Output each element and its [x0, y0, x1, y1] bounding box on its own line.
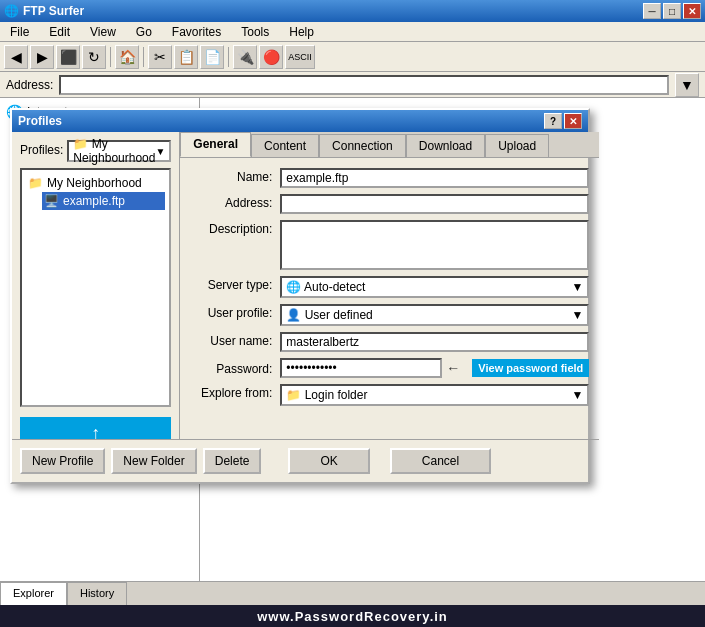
- dropdown-arrow-icon: ▼: [155, 146, 165, 157]
- tab-content[interactable]: Content: [251, 134, 319, 157]
- address-input[interactable]: [59, 75, 669, 95]
- dialog-help-button[interactable]: ?: [544, 113, 562, 129]
- tab-connection[interactable]: Connection: [319, 134, 406, 157]
- name-input[interactable]: [280, 168, 589, 188]
- dialog-left-buttons: New Profile New Folder Delete: [12, 439, 282, 482]
- main-area: 🌐 Internet 📁 My Neighborhood 🖥️ example.…: [0, 98, 705, 581]
- form-row-explore: Explore from: 📁 Login folder ▼: [190, 384, 589, 406]
- home-button[interactable]: 🏠: [115, 45, 139, 69]
- stop-button[interactable]: ⬛: [56, 45, 80, 69]
- profiles-tree[interactable]: 📁 My Neighborhood 🖥️ example.ftp: [20, 168, 171, 407]
- user-profile-select[interactable]: 👤 User defined ▼: [280, 304, 589, 326]
- profiles-dialog: Profiles ? ✕ Profiles: 📁 My Neighbourh: [10, 108, 590, 484]
- form-row-user-profile: User profile: 👤 User defined ▼: [190, 304, 589, 326]
- dialog-overlay: Profiles ? ✕ Profiles: 📁 My Neighbourh: [0, 98, 705, 581]
- profiles-dropdown[interactable]: 📁 My Neighbourhood ▼: [67, 140, 171, 162]
- app-icon: 🌐: [4, 4, 19, 18]
- explore-label: Explore from:: [190, 384, 280, 400]
- arrow-left-icon: ←: [446, 360, 460, 376]
- tab-download[interactable]: Download: [406, 134, 485, 157]
- cancel-button[interactable]: Cancel: [390, 448, 491, 474]
- address-go-button[interactable]: ▼: [675, 73, 699, 97]
- footer: www.PasswordRecovery.in: [0, 605, 705, 627]
- paste-button[interactable]: 📄: [200, 45, 224, 69]
- password-label: Password:: [190, 360, 280, 376]
- ok-button[interactable]: OK: [288, 448, 369, 474]
- menu-go[interactable]: Go: [130, 23, 158, 41]
- example-ftp-label: example.ftp: [63, 194, 125, 208]
- explore-from-select[interactable]: 📁 Login folder ▼: [280, 384, 589, 406]
- new-folder-button[interactable]: New Folder: [111, 448, 196, 474]
- close-button[interactable]: ✕: [683, 3, 701, 19]
- form-row-address: Address:: [190, 194, 589, 214]
- delete-button[interactable]: Delete: [203, 448, 262, 474]
- bottom-bar: Explorer History: [0, 581, 705, 605]
- form-row-server-type: Server type: 🌐 Auto-detect ▼: [190, 276, 589, 298]
- form-row-name: Name:: [190, 168, 589, 188]
- ascii-button[interactable]: ASCII: [285, 45, 315, 69]
- password-input[interactable]: [280, 358, 442, 378]
- neighborhood-tree-icon: 📁: [28, 176, 43, 190]
- back-button[interactable]: ◀: [4, 45, 28, 69]
- tab-explorer[interactable]: Explorer: [0, 582, 67, 605]
- title-bar-left: 🌐 FTP Surfer: [4, 4, 84, 18]
- name-label: Name:: [190, 168, 280, 184]
- cut-button[interactable]: ✂: [148, 45, 172, 69]
- folder-icon: 📁: [286, 388, 301, 402]
- profile-icon: 📁: [73, 137, 88, 151]
- app-title: FTP Surfer: [23, 4, 84, 18]
- connect-button[interactable]: 🔌: [233, 45, 257, 69]
- toolbar-separator-2: [143, 47, 144, 67]
- user-profile-icon: 👤: [286, 308, 301, 322]
- profile-example-ftp[interactable]: 🖥️ example.ftp: [42, 192, 165, 210]
- username-input[interactable]: [280, 332, 589, 352]
- tab-history[interactable]: History: [67, 582, 127, 605]
- footer-text: www.PasswordRecovery.in: [257, 609, 448, 624]
- dialog-close-button[interactable]: ✕: [564, 113, 582, 129]
- forward-button[interactable]: ▶: [30, 45, 54, 69]
- password-callout: View password field: [472, 359, 589, 377]
- maximize-button[interactable]: □: [663, 3, 681, 19]
- menu-edit[interactable]: Edit: [43, 23, 76, 41]
- tab-upload[interactable]: Upload: [485, 134, 549, 157]
- server-type-label: Server type:: [190, 276, 280, 292]
- toolbar-separator-3: [228, 47, 229, 67]
- selected-profile-label: 📁 My Neighbourhood: [73, 137, 155, 165]
- menu-favorites[interactable]: Favorites: [166, 23, 227, 41]
- minimize-button[interactable]: ─: [643, 3, 661, 19]
- refresh-button[interactable]: ↻: [82, 45, 106, 69]
- example-ftp-icon: 🖥️: [44, 194, 59, 208]
- new-profile-button[interactable]: New Profile: [20, 448, 105, 474]
- dialog-title-controls: ? ✕: [544, 113, 582, 129]
- menu-file[interactable]: File: [4, 23, 35, 41]
- form-row-username: User name:: [190, 332, 589, 352]
- server-type-arrow: ▼: [571, 280, 583, 294]
- profiles-dropdown-row: Profiles: 📁 My Neighbourhood ▼: [20, 140, 171, 162]
- server-type-select[interactable]: 🌐 Auto-detect ▼: [280, 276, 589, 298]
- description-label: Description:: [190, 220, 280, 236]
- dialog-title: Profiles: [18, 114, 62, 128]
- tab-general[interactable]: General: [180, 132, 251, 157]
- profile-my-neighborhood[interactable]: 📁 My Neighborhood: [26, 174, 165, 192]
- dialog-left-panel: Profiles: 📁 My Neighbourhood ▼ 📁: [12, 132, 180, 482]
- copy-button[interactable]: 📋: [174, 45, 198, 69]
- dialog-body: Profiles: 📁 My Neighbourhood ▼ 📁: [12, 132, 588, 482]
- tab-content-area: Name: Address: Description:: [180, 158, 599, 439]
- user-profile-value: User defined: [305, 308, 373, 322]
- address-form-label: Address:: [190, 194, 280, 210]
- address-bar: Address: ▼: [0, 72, 705, 98]
- menu-view[interactable]: View: [84, 23, 122, 41]
- title-bar: 🌐 FTP Surfer ─ □ ✕: [0, 0, 705, 22]
- address-form-input[interactable]: [280, 194, 589, 214]
- menu-bar: File Edit View Go Favorites Tools Help: [0, 22, 705, 42]
- explore-from-value: Login folder: [305, 388, 368, 402]
- neighborhood-tree-label: My Neighborhood: [47, 176, 142, 190]
- menu-help[interactable]: Help: [283, 23, 320, 41]
- disconnect-button[interactable]: 🔴: [259, 45, 283, 69]
- user-profile-arrow: ▼: [571, 308, 583, 322]
- menu-tools[interactable]: Tools: [235, 23, 275, 41]
- description-input[interactable]: [280, 220, 589, 270]
- dialog-title-bar: Profiles ? ✕: [12, 110, 588, 132]
- user-profile-label: User profile:: [190, 304, 280, 320]
- explore-arrow: ▼: [571, 388, 583, 402]
